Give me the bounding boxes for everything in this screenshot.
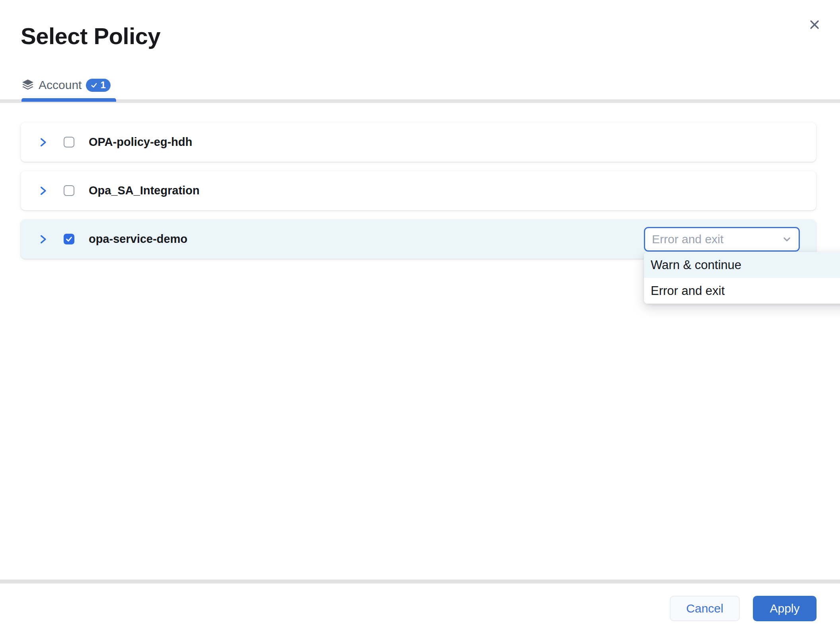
active-tab-indicator [21,98,116,102]
chevron-down-icon [782,234,792,245]
action-dropdown-menu: Warn & continue Error and exit [644,252,840,304]
close-icon [808,18,821,31]
policy-row-opa-policy-eg-hdh: OPA-policy-eg-hdh [21,122,816,162]
page-title: Select Policy [21,22,160,50]
tab-label: Account [39,78,82,92]
select-policy-modal: Select Policy Account 1 [0,0,840,628]
policy-list: OPA-policy-eg-hdh Opa_SA_Integration [21,122,816,268]
badge-count: 1 [100,79,105,91]
policy-row-opa-sa-integration: Opa_SA_Integration [21,171,816,210]
close-button[interactable] [807,17,822,33]
action-select[interactable]: Error and exit [644,227,800,252]
policy-checkbox[interactable] [64,137,74,147]
tab-account[interactable]: Account 1 [21,76,111,94]
chevron-right-icon[interactable] [38,234,48,244]
policy-checkbox-checked[interactable] [64,234,74,244]
chevron-right-icon[interactable] [38,137,48,147]
menu-option-error-exit[interactable]: Error and exit [644,278,840,304]
apply-button[interactable]: Apply [753,596,817,621]
chevron-right-icon[interactable] [38,186,48,196]
layers-icon [21,78,34,92]
check-icon [91,82,97,89]
selected-count-badge: 1 [86,79,110,92]
policy-name: Opa_SA_Integration [89,184,200,197]
policy-checkbox[interactable] [64,185,74,196]
policy-name: opa-service-demo [89,233,187,246]
tab-divider [0,99,840,103]
footer-divider [0,580,840,583]
action-select-value: Error and exit [652,233,723,246]
menu-option-warn-continue[interactable]: Warn & continue [644,252,840,278]
policy-name: OPA-policy-eg-hdh [89,136,192,149]
cancel-button[interactable]: Cancel [670,596,740,621]
checkmark-icon [65,235,73,243]
